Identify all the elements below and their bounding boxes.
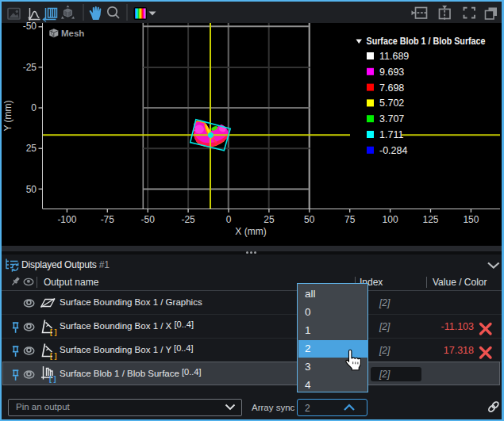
svg-text:-75: -75 [101, 214, 115, 225]
svg-text:11.689: 11.689 [379, 51, 409, 62]
svg-text:Y (mm): Y (mm) [2, 100, 13, 131]
svg-text:50: 50 [304, 214, 315, 225]
svg-text:Surface Blob 1 / Blob Surface: Surface Blob 1 / Blob Surface [367, 36, 486, 47]
svg-text:-0.284: -0.284 [379, 145, 407, 156]
svg-text:-50: -50 [141, 214, 156, 225]
svg-text:-100: -100 [57, 214, 76, 225]
svg-text:5.702: 5.702 [379, 98, 404, 109]
svg-text:3.707: 3.707 [379, 113, 404, 124]
svg-text:[ ]: [ ] [50, 352, 57, 360]
svg-text:-25: -25 [181, 214, 195, 225]
svg-text:125: 125 [422, 214, 438, 225]
svg-text:0: 0 [31, 102, 37, 113]
svg-text:100: 100 [383, 214, 398, 225]
svg-text:150: 150 [463, 214, 479, 225]
svg-text:25: 25 [26, 143, 37, 154]
svg-text:[ ]: [ ] [49, 375, 56, 383]
svg-text:1.711: 1.711 [379, 129, 403, 140]
svg-text:Mesh: Mesh [61, 29, 84, 38]
svg-text:50: 50 [26, 184, 37, 195]
svg-text:7.698: 7.698 [379, 82, 404, 94]
svg-text:X (mm): X (mm) [235, 226, 266, 237]
svg-text:0: 0 [226, 214, 232, 225]
svg-text:9.693: 9.693 [379, 67, 404, 78]
svg-text:25: 25 [264, 214, 275, 225]
svg-text:[ ]: [ ] [50, 328, 57, 336]
svg-text:75: 75 [344, 214, 356, 225]
svg-text:-25: -25 [23, 62, 37, 73]
